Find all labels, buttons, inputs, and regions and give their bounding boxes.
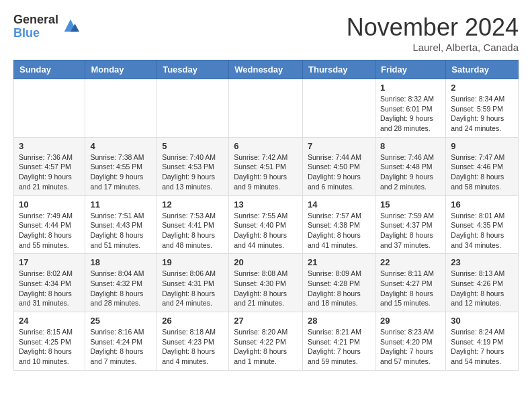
calendar-cell <box>157 79 229 138</box>
day-number: 27 <box>234 316 298 326</box>
day-number: 20 <box>234 257 298 267</box>
day-number: 19 <box>162 257 224 267</box>
calendar-cell: 8Sunrise: 7:46 AM Sunset: 4:48 PM Daylig… <box>375 137 445 195</box>
calendar-cell: 19Sunrise: 8:06 AM Sunset: 4:31 PM Dayli… <box>157 254 229 312</box>
month-title: November 2024 <box>347 13 519 42</box>
day-info: Sunrise: 8:11 AM Sunset: 4:27 PM Dayligh… <box>380 269 441 308</box>
day-info: Sunrise: 8:13 AM Sunset: 4:26 PM Dayligh… <box>451 269 513 308</box>
day-info: Sunrise: 8:32 AM Sunset: 6:01 PM Dayligh… <box>380 94 441 134</box>
logo-icon <box>61 16 80 35</box>
calendar-cell: 9Sunrise: 7:47 AM Sunset: 4:46 PM Daylig… <box>446 137 519 195</box>
weekday-header-row: SundayMondayTuesdayWednesdayThursdayFrid… <box>14 60 519 79</box>
day-info: Sunrise: 8:01 AM Sunset: 4:35 PM Dayligh… <box>451 211 513 250</box>
calendar-cell <box>14 79 85 138</box>
calendar-cell: 23Sunrise: 8:13 AM Sunset: 4:26 PM Dayli… <box>446 254 519 312</box>
calendar-cell: 25Sunrise: 8:16 AM Sunset: 4:24 PM Dayli… <box>85 312 157 371</box>
calendar-cell: 18Sunrise: 8:04 AM Sunset: 4:32 PM Dayli… <box>85 254 157 312</box>
week-row: 24Sunrise: 8:15 AM Sunset: 4:25 PM Dayli… <box>14 312 519 371</box>
calendar-cell: 10Sunrise: 7:49 AM Sunset: 4:44 PM Dayli… <box>14 195 85 254</box>
calendar-cell: 29Sunrise: 8:23 AM Sunset: 4:20 PM Dayli… <box>375 312 445 371</box>
day-number: 18 <box>90 257 152 267</box>
day-info: Sunrise: 8:34 AM Sunset: 5:59 PM Dayligh… <box>451 94 513 134</box>
day-number: 29 <box>380 316 441 326</box>
day-info: Sunrise: 7:40 AM Sunset: 4:53 PM Dayligh… <box>162 152 224 192</box>
day-number: 3 <box>19 141 80 151</box>
day-info: Sunrise: 8:15 AM Sunset: 4:25 PM Dayligh… <box>19 327 80 367</box>
day-number: 17 <box>19 257 80 267</box>
day-number: 12 <box>162 199 224 210</box>
day-number: 16 <box>451 199 513 210</box>
calendar-cell: 24Sunrise: 8:15 AM Sunset: 4:25 PM Dayli… <box>14 312 85 371</box>
day-info: Sunrise: 7:57 AM Sunset: 4:38 PM Dayligh… <box>308 211 370 250</box>
logo: General Blue <box>13 13 80 40</box>
day-number: 9 <box>451 141 513 151</box>
calendar-cell: 17Sunrise: 8:02 AM Sunset: 4:34 PM Dayli… <box>14 254 85 312</box>
day-number: 26 <box>162 316 224 326</box>
calendar-cell: 21Sunrise: 8:09 AM Sunset: 4:28 PM Dayli… <box>303 254 375 312</box>
day-number: 2 <box>451 83 513 93</box>
week-row: 17Sunrise: 8:02 AM Sunset: 4:34 PM Dayli… <box>14 254 519 312</box>
calendar-cell: 11Sunrise: 7:51 AM Sunset: 4:43 PM Dayli… <box>85 195 157 254</box>
calendar-cell: 5Sunrise: 7:40 AM Sunset: 4:53 PM Daylig… <box>157 137 229 195</box>
day-info: Sunrise: 7:55 AM Sunset: 4:40 PM Dayligh… <box>234 211 298 250</box>
day-number: 30 <box>451 316 513 326</box>
day-number: 1 <box>380 83 441 93</box>
day-number: 5 <box>162 141 224 151</box>
calendar-cell: 7Sunrise: 7:44 AM Sunset: 4:50 PM Daylig… <box>303 137 375 195</box>
calendar-cell: 16Sunrise: 8:01 AM Sunset: 4:35 PM Dayli… <box>446 195 519 254</box>
day-number: 23 <box>451 257 513 267</box>
calendar-cell <box>229 79 303 138</box>
calendar-cell: 3Sunrise: 7:36 AM Sunset: 4:57 PM Daylig… <box>14 137 85 195</box>
day-info: Sunrise: 7:53 AM Sunset: 4:41 PM Dayligh… <box>162 211 224 250</box>
day-info: Sunrise: 7:51 AM Sunset: 4:43 PM Dayligh… <box>90 211 152 250</box>
day-number: 8 <box>380 141 441 151</box>
calendar-cell: 20Sunrise: 8:08 AM Sunset: 4:30 PM Dayli… <box>229 254 303 312</box>
page-header: General Blue November 2024 Laurel, Alber… <box>13 13 519 53</box>
calendar-cell: 4Sunrise: 7:38 AM Sunset: 4:55 PM Daylig… <box>85 137 157 195</box>
week-row: 1Sunrise: 8:32 AM Sunset: 6:01 PM Daylig… <box>14 79 519 138</box>
calendar-cell: 13Sunrise: 7:55 AM Sunset: 4:40 PM Dayli… <box>229 195 303 254</box>
day-number: 14 <box>308 199 370 210</box>
title-block: November 2024 Laurel, Alberta, Canada <box>347 13 519 53</box>
day-number: 25 <box>90 316 152 326</box>
day-number: 6 <box>234 141 298 151</box>
weekday-header: Thursday <box>303 60 375 79</box>
calendar-cell: 22Sunrise: 8:11 AM Sunset: 4:27 PM Dayli… <box>375 254 445 312</box>
day-number: 22 <box>380 257 441 267</box>
day-info: Sunrise: 8:20 AM Sunset: 4:22 PM Dayligh… <box>234 327 298 367</box>
day-number: 10 <box>19 199 80 210</box>
day-info: Sunrise: 8:04 AM Sunset: 4:32 PM Dayligh… <box>90 269 152 308</box>
day-info: Sunrise: 8:09 AM Sunset: 4:28 PM Dayligh… <box>308 269 370 308</box>
logo-general: General <box>13 13 58 27</box>
day-info: Sunrise: 8:02 AM Sunset: 4:34 PM Dayligh… <box>19 269 80 308</box>
day-info: Sunrise: 8:23 AM Sunset: 4:20 PM Dayligh… <box>380 327 441 367</box>
calendar-cell: 12Sunrise: 7:53 AM Sunset: 4:41 PM Dayli… <box>157 195 229 254</box>
day-number: 11 <box>90 199 152 210</box>
weekday-header: Monday <box>85 60 157 79</box>
calendar-cell: 6Sunrise: 7:42 AM Sunset: 4:51 PM Daylig… <box>229 137 303 195</box>
day-number: 15 <box>380 199 441 210</box>
calendar: SundayMondayTuesdayWednesdayThursdayFrid… <box>13 60 519 371</box>
calendar-cell: 28Sunrise: 8:21 AM Sunset: 4:21 PM Dayli… <box>303 312 375 371</box>
weekday-header: Friday <box>375 60 445 79</box>
day-info: Sunrise: 7:42 AM Sunset: 4:51 PM Dayligh… <box>234 152 298 192</box>
week-row: 10Sunrise: 7:49 AM Sunset: 4:44 PM Dayli… <box>14 195 519 254</box>
calendar-cell: 27Sunrise: 8:20 AM Sunset: 4:22 PM Dayli… <box>229 312 303 371</box>
location: Laurel, Alberta, Canada <box>347 42 519 53</box>
day-number: 4 <box>90 141 152 151</box>
day-info: Sunrise: 7:49 AM Sunset: 4:44 PM Dayligh… <box>19 211 80 250</box>
weekday-header: Saturday <box>446 60 519 79</box>
calendar-cell: 1Sunrise: 8:32 AM Sunset: 6:01 PM Daylig… <box>375 79 445 138</box>
calendar-cell: 15Sunrise: 7:59 AM Sunset: 4:37 PM Dayli… <box>375 195 445 254</box>
calendar-cell: 26Sunrise: 8:18 AM Sunset: 4:23 PM Dayli… <box>157 312 229 371</box>
day-number: 24 <box>19 316 80 326</box>
day-info: Sunrise: 8:08 AM Sunset: 4:30 PM Dayligh… <box>234 269 298 308</box>
week-row: 3Sunrise: 7:36 AM Sunset: 4:57 PM Daylig… <box>14 137 519 195</box>
calendar-cell: 2Sunrise: 8:34 AM Sunset: 5:59 PM Daylig… <box>446 79 519 138</box>
day-number: 13 <box>234 199 298 210</box>
weekday-header: Sunday <box>14 60 85 79</box>
day-info: Sunrise: 8:06 AM Sunset: 4:31 PM Dayligh… <box>162 269 224 308</box>
day-info: Sunrise: 8:18 AM Sunset: 4:23 PM Dayligh… <box>162 327 224 367</box>
day-number: 21 <box>308 257 370 267</box>
day-number: 28 <box>308 316 370 326</box>
